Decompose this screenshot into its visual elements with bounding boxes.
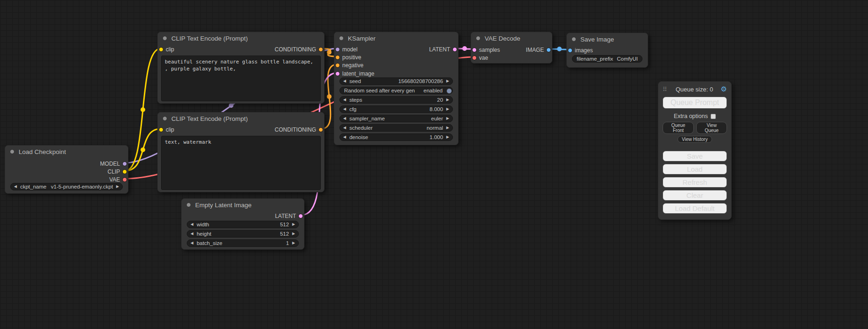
widget-height[interactable]: ◀ height 512 ▶ — [187, 230, 299, 238]
node-title-bar[interactable]: Load Checkpoint — [5, 146, 128, 158]
collapse-dot-icon[interactable] — [186, 203, 191, 207]
graph-canvas[interactable]: Load Checkpoint MODEL CLIP VAE ◀ ckpt_na… — [0, 0, 868, 329]
node-title-bar[interactable]: VAE Decode — [471, 32, 552, 44]
increment-arrow-icon[interactable]: ▶ — [116, 185, 119, 189]
widget-label: batch_size — [197, 240, 222, 246]
node-clip-text-encode-negative[interactable]: CLIP Text Encode (Prompt) clip CONDITION… — [157, 112, 325, 192]
latent-port-dot[interactable] — [335, 71, 340, 76]
increment-arrow-icon[interactable]: ▶ — [446, 135, 449, 139]
collapse-dot-icon[interactable] — [162, 116, 167, 121]
widget-denoise[interactable]: ◀ denoise 1.000 ▶ — [339, 133, 453, 141]
conditioning-port-dot[interactable] — [318, 127, 323, 132]
node-title-bar[interactable]: CLIP Text Encode (Prompt) — [158, 112, 324, 125]
widget-filename-prefix[interactable]: filename_prefix ComfyUI — [572, 55, 642, 63]
node-title-bar[interactable]: KSampler — [334, 32, 458, 44]
node-vae-decode[interactable]: VAE Decode samples vae IMAGE — [471, 32, 552, 63]
widget-ckpt-name[interactable]: ◀ ckpt_name v1-5-pruned-emaonly.ckpt ▶ — [10, 183, 123, 190]
latent-port-dot[interactable] — [472, 48, 477, 52]
widget-scheduler[interactable]: ◀ scheduler normal ▶ — [339, 124, 453, 132]
widget-batch-size[interactable]: ◀ batch_size 1 ▶ — [187, 239, 299, 247]
conditioning-port-dot[interactable] — [335, 55, 340, 60]
node-empty-latent-image[interactable]: Empty Latent Image LATENT ◀ width 512 ▶ … — [181, 198, 304, 250]
image-port-dot[interactable] — [568, 48, 572, 53]
decrement-arrow-icon[interactable]: ◀ — [191, 223, 193, 226]
decrement-arrow-icon[interactable]: ◀ — [343, 135, 346, 139]
drag-handle-icon[interactable]: ⠿ — [663, 86, 667, 93]
node-save-image[interactable]: Save Image images filename_prefix ComfyU… — [566, 33, 648, 68]
load-default-button[interactable]: Load Default — [663, 203, 727, 214]
prompt-textarea[interactable]: text, watermark — [161, 136, 321, 190]
main-menu-panel: ⠿ Queue size: 0 ⚙ Queue Prompt Extra opt… — [658, 81, 732, 220]
load-button[interactable]: Load — [663, 164, 727, 175]
widget-random-seed-toggle[interactable]: Random seed after every gen enabled — [339, 87, 453, 94]
node-title-bar[interactable]: Save Image — [567, 33, 648, 45]
latent-port-dot[interactable] — [452, 47, 457, 52]
latent-port-dot[interactable] — [298, 214, 303, 218]
node-load-checkpoint[interactable]: Load Checkpoint MODEL CLIP VAE ◀ ckpt_na… — [5, 145, 128, 194]
menu-header: ⠿ Queue size: 0 ⚙ — [663, 85, 727, 93]
increment-arrow-icon[interactable]: ▶ — [446, 107, 449, 111]
prompt-textarea[interactable]: beautiful scenery nature glass bottle la… — [161, 56, 321, 101]
link-midpoint-dot-conditioning-negative[interactable] — [327, 94, 332, 99]
settings-gear-icon[interactable]: ⚙ — [721, 85, 727, 93]
collapse-dot-icon[interactable] — [339, 36, 344, 41]
clear-button[interactable]: Clear — [663, 190, 727, 201]
decrement-arrow-icon[interactable]: ◀ — [191, 232, 193, 236]
widget-width[interactable]: ◀ width 512 ▶ — [187, 221, 299, 228]
increment-arrow-icon[interactable]: ▶ — [446, 126, 449, 130]
increment-arrow-icon[interactable]: ▶ — [446, 79, 449, 83]
conditioning-port-dot[interactable] — [335, 63, 340, 68]
collapse-dot-icon[interactable] — [572, 37, 576, 42]
decrement-arrow-icon[interactable]: ◀ — [343, 107, 346, 111]
vae-port-dot[interactable] — [472, 56, 477, 60]
node-ksampler[interactable]: KSampler model positive negative latent_… — [334, 32, 459, 145]
vae-port-dot[interactable] — [122, 177, 127, 182]
model-port-dot[interactable] — [122, 161, 127, 166]
clip-port-dot[interactable] — [159, 127, 163, 132]
link-midpoint-dot-image[interactable] — [557, 47, 562, 51]
queue-prompt-button[interactable]: Queue Prompt — [663, 97, 727, 109]
clip-port-dot[interactable] — [159, 47, 163, 52]
increment-arrow-icon[interactable]: ▶ — [292, 232, 295, 236]
queue-front-button[interactable]: Queue Front — [663, 122, 694, 134]
decrement-arrow-icon[interactable]: ◀ — [191, 241, 193, 245]
collapse-dot-icon[interactable] — [476, 36, 480, 41]
increment-arrow-icon[interactable]: ▶ — [292, 241, 295, 245]
widget-value: v1-5-pruned-emaonly.ckpt — [51, 184, 113, 189]
decrement-arrow-icon[interactable]: ◀ — [14, 185, 17, 189]
widget-cfg[interactable]: ◀ cfg 8.000 ▶ — [339, 105, 453, 113]
view-queue-button[interactable]: View Queue — [696, 122, 727, 134]
image-port-dot[interactable] — [546, 48, 551, 52]
increment-arrow-icon[interactable]: ▶ — [292, 223, 295, 226]
decrement-arrow-icon[interactable]: ◀ — [343, 117, 346, 120]
widget-steps[interactable]: ◀ steps 20 ▶ — [339, 96, 453, 104]
extra-options-checkbox[interactable] — [711, 114, 716, 119]
widget-sampler-name[interactable]: ◀ sampler_name euler ▶ — [339, 115, 453, 122]
save-button[interactable]: Save — [663, 151, 727, 161]
link-midpoint-dot-latent-to-decode[interactable] — [462, 46, 467, 51]
toggle-knob[interactable] — [446, 88, 452, 94]
decrement-arrow-icon[interactable]: ◀ — [343, 98, 346, 102]
link-midpoint-dot-clip-negative[interactable] — [141, 147, 145, 152]
port-label: CONDITIONING — [275, 126, 316, 133]
link-midpoint-dot-clip-positive[interactable] — [141, 107, 145, 112]
link-midpoint-dot-conditioning-positive[interactable] — [327, 50, 332, 55]
view-history-button[interactable]: View History — [677, 136, 712, 143]
clip-port-dot[interactable] — [122, 169, 127, 174]
port-label: negative — [342, 62, 363, 69]
decrement-arrow-icon[interactable]: ◀ — [343, 79, 346, 83]
model-port-dot[interactable] — [335, 47, 340, 52]
link-midpoint-dot-model[interactable] — [229, 103, 233, 108]
increment-arrow-icon[interactable]: ▶ — [446, 98, 449, 102]
node-clip-text-encode-positive[interactable]: CLIP Text Encode (Prompt) clip CONDITION… — [157, 32, 325, 104]
increment-arrow-icon[interactable]: ▶ — [446, 117, 449, 120]
node-title-bar[interactable]: CLIP Text Encode (Prompt) — [158, 32, 324, 44]
collapse-dot-icon[interactable] — [10, 149, 14, 154]
widget-seed[interactable]: ◀ seed 156680208700286 ▶ — [339, 77, 453, 85]
node-title-bar[interactable]: Empty Latent Image — [182, 199, 304, 211]
decrement-arrow-icon[interactable]: ◀ — [343, 126, 346, 130]
widget-value: euler — [431, 116, 443, 121]
conditioning-port-dot[interactable] — [318, 47, 323, 52]
refresh-button[interactable]: Refresh — [663, 177, 727, 188]
collapse-dot-icon[interactable] — [162, 36, 167, 41]
